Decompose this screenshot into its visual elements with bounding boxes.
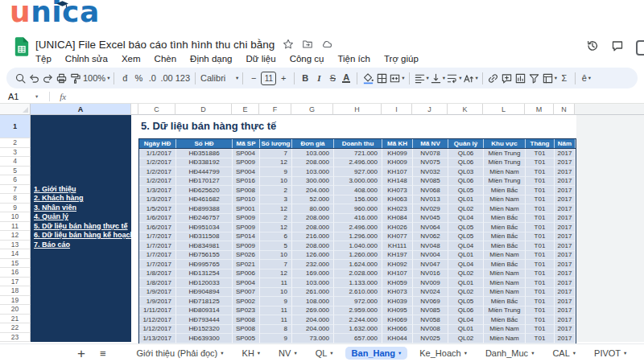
sheet-tab-report[interactable]: Report▾ [638, 347, 644, 360]
cell-r12-c9[interactable]: QL01 [448, 251, 484, 261]
cell-r16-c7[interactable]: KH073 [382, 288, 413, 298]
cell-r21-c11[interactable]: T01 [526, 334, 555, 343]
cell-r5-c10[interactable]: Miền Bắc [484, 186, 526, 195]
cell-r6-c7[interactable]: KH063 [382, 195, 413, 205]
sidebar-link-3[interactable]: 3. Nhân viên [31, 204, 131, 213]
cell-r17-c3[interactable]: SP002 [233, 297, 260, 306]
text-color-button[interactable]: A [340, 70, 353, 86]
cell-r2-c10[interactable]: Miền Trung [484, 158, 526, 168]
cell-r11-c2[interactable]: HĐ834981 [176, 241, 233, 251]
cell-r20-c8[interactable]: NV008 [413, 325, 448, 335]
cell-r19-c11[interactable]: T01 [526, 315, 555, 325]
cell-r15-c5[interactable]: 103.000 [292, 278, 334, 288]
cell-r15-c10[interactable]: Miền Nam [484, 278, 526, 288]
cell-r18-c2[interactable]: HĐ809314 [176, 306, 233, 316]
cell-r10-c3[interactable]: SP014 [233, 232, 260, 242]
cell-r12-c3[interactable]: SP026 [233, 251, 260, 261]
cell-r4-c3[interactable]: SP016 [233, 177, 260, 187]
cell-r20-c7[interactable]: KH066 [382, 325, 413, 335]
cell-r8-c8[interactable]: NV045 [413, 214, 448, 224]
cell-r5-c2[interactable]: HĐ625620 [176, 186, 233, 195]
cell-r8-c4[interactable]: 2 [260, 214, 292, 224]
create-filter-button[interactable] [528, 70, 541, 86]
cell-r16-c1[interactable]: 1/9/2017 [139, 288, 176, 298]
cell-r19-c7[interactable]: KH069 [382, 315, 413, 325]
cell-r3-c8[interactable]: NV032 [413, 167, 448, 177]
cell-r16-c11[interactable]: T01 [526, 288, 555, 298]
menu-item-dữ-liệu[interactable]: Dữ liệu [246, 54, 276, 64]
cell-r8-c12[interactable]: 2017 [555, 214, 576, 224]
filter-views-button[interactable]: ▾ [542, 70, 557, 86]
sheet-tab-giới-thiệu-phải-đọc-[interactable]: Giới thiệu (Phải đọc)▾ [130, 347, 230, 360]
cell-r6-c12[interactable]: 2017 [555, 195, 576, 205]
row-header-10[interactable]: 10 [0, 212, 31, 222]
cell-r1-c5[interactable]: 103.000 [292, 149, 334, 158]
cell-r14-c7[interactable]: KH107 [382, 269, 413, 279]
cell-r21-c3[interactable]: SP005 [233, 334, 260, 343]
cell-r13-c11[interactable]: T01 [526, 260, 555, 269]
cell-r4-c5[interactable]: 300.000 [292, 177, 334, 187]
cell-r11-c3[interactable]: SP009 [233, 241, 260, 251]
cell-r13-c1[interactable]: 1/7/2017 [139, 260, 176, 269]
cell-r13-c7[interactable]: KH092 [382, 260, 413, 269]
cell-r10-c7[interactable]: KH077 [382, 232, 413, 242]
cell-r3-c11[interactable]: T01 [526, 167, 555, 177]
cell-r19-c9[interactable]: QL04 [448, 315, 484, 325]
cell-r9-c1[interactable]: 1/6/2017 [139, 223, 176, 232]
cell-r12-c7[interactable]: KH197 [382, 251, 413, 261]
cell-r10-c12[interactable]: 2017 [555, 232, 576, 242]
cell-r10-c11[interactable]: T01 [526, 232, 555, 242]
paint-format-button[interactable] [68, 70, 81, 86]
cell-r9-c2[interactable]: HĐ951034 [176, 223, 233, 232]
cell-r1-c9[interactable]: QL06 [448, 149, 484, 158]
cell-r11-c5[interactable]: 208.000 [292, 241, 334, 251]
menu-item-tiện-ích[interactable]: Tiện ích [337, 54, 369, 64]
cell-r14-c11[interactable]: T01 [526, 269, 555, 279]
version-history-icon[interactable] [586, 39, 599, 56]
input-tools-button[interactable]: ê▾ [580, 70, 592, 86]
row-header-11[interactable]: 11 [0, 222, 31, 232]
menu-item-xem[interactable]: Xem [122, 54, 141, 64]
cell-r17-c7[interactable]: KH039 [382, 297, 413, 306]
cell-r6-c4[interactable]: 3 [260, 195, 292, 205]
insert-chart-button[interactable] [514, 70, 527, 86]
sheet-tab-nv[interactable]: NV▾ [272, 347, 303, 360]
cell-r5-c5[interactable]: 204.000 [292, 186, 334, 195]
cell-r5-c11[interactable]: T01 [526, 186, 555, 195]
cell-r13-c2[interactable]: HĐ995765 [176, 260, 233, 269]
row-header-18[interactable]: 18 [0, 286, 31, 296]
cell-r8-c5[interactable]: 208.000 [292, 214, 334, 224]
row-header-7[interactable]: 7 [0, 185, 31, 195]
cell-r21-c9[interactable]: QL02 [448, 334, 484, 343]
cell-r13-c12[interactable]: 2017 [555, 260, 576, 269]
font-size-decrease-button[interactable]: − [247, 70, 260, 86]
cell-r18-c10[interactable]: Miền Trung [484, 306, 526, 316]
zoom-select-button[interactable]: 100%▾ [82, 70, 109, 86]
cell-r7-c6[interactable]: 960.000 [334, 204, 382, 214]
insert-comment-button[interactable] [501, 70, 514, 86]
cell-r16-c2[interactable]: HĐ904894 [176, 288, 233, 298]
cell-r4-c12[interactable]: 2017 [555, 177, 576, 187]
row-header-9[interactable]: 9 [0, 204, 31, 213]
cell-r7-c8[interactable]: NV029 [413, 204, 448, 214]
undo-button[interactable] [27, 70, 40, 86]
cell-r21-c5[interactable]: 73.000 [292, 334, 334, 343]
cell-r11-c6[interactable]: 1.040.000 [334, 241, 382, 251]
cell-r7-c5[interactable]: 80.000 [292, 204, 334, 214]
cell-r15-c8[interactable]: NV009 [413, 278, 448, 288]
cell-r15-c6[interactable]: 1.133.000 [334, 278, 382, 288]
cell-r21-c4[interactable]: 9 [260, 334, 292, 343]
cell-r2-c12[interactable]: 2017 [555, 158, 576, 168]
row-header-21[interactable]: 21 [0, 315, 31, 324]
cell-r12-c10[interactable]: Miền Nam [484, 251, 526, 261]
cell-r11-c7[interactable]: KH111 [382, 241, 413, 251]
cell-r21-c6[interactable]: 657.000 [334, 334, 382, 343]
row-header-22[interactable]: 22 [0, 323, 31, 333]
cell-r3-c5[interactable]: 103.000 [292, 167, 334, 177]
col-header-L[interactable]: L [483, 104, 525, 115]
cell-r4-c4[interactable]: 10 [260, 177, 292, 187]
cell-r14-c5[interactable]: 169.000 [292, 269, 334, 279]
cell-r11-c8[interactable]: NV048 [413, 241, 448, 251]
document-title[interactable]: [UNICA] File Excel báo cáo tình hình thu… [35, 39, 275, 51]
cell-r17-c8[interactable]: NV069 [413, 297, 448, 306]
